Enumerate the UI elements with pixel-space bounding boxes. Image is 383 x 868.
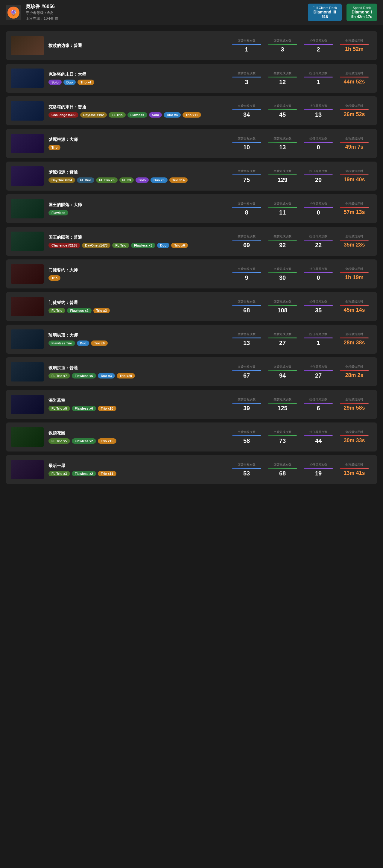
stat-label-clears: 突袭完成次数 (268, 300, 297, 304)
full-clears-rank-badge[interactable]: Full Clears Rank Diamond III 518 (308, 4, 342, 21)
activity-stats: 突袭全程次数9突袭完成次数30担任导师次数0全程最短用时1h 19m (229, 267, 372, 281)
stat-value-fastest: 49m 7s (340, 144, 369, 150)
stat-value-sherpa: 13 (304, 111, 333, 118)
tag-trio-x20[interactable]: Trio x20 (117, 373, 135, 378)
tag-fl-trio-x7[interactable]: FL Trio x7 (49, 373, 70, 378)
stat-bar-attempts (232, 109, 261, 110)
tag-challenge--300[interactable]: Challenge #300 (49, 112, 78, 118)
activity-thumbnail (11, 101, 44, 121)
tag-fl-x3[interactable]: FL x3 (119, 178, 134, 183)
speed-rank-badge[interactable]: Speed Rank Diamond I 5h 42m 17s (347, 4, 377, 21)
tag-trio-x3[interactable]: Trio x3 (93, 308, 110, 313)
stat-bar-fastest (340, 207, 369, 208)
stat-fastest: 全程最短用时45m 14s (336, 300, 372, 314)
tag-trio-x11[interactable]: Trio x11 (98, 471, 117, 476)
stat-value-clears: 108 (268, 307, 297, 314)
stat-bar-clears (268, 240, 297, 241)
activity-card: 门徒誓约：大师Trio突袭全程次数9突袭完成次数30担任导师次数0全程最短用时1… (6, 259, 377, 288)
stat-label-fastest: 全程最短用时 (340, 300, 369, 304)
stat-label-clears: 突袭完成次数 (268, 430, 297, 434)
tag-flawless[interactable]: Flawless (127, 112, 147, 118)
activity-thumbnail (11, 362, 44, 381)
tag-dayone--1473[interactable]: DayOne #1473 (82, 243, 110, 248)
tag-flawless-trio[interactable]: Flawless Trio (49, 341, 75, 346)
stat-value-fastest: 28m 2s (340, 372, 369, 378)
tag-duo[interactable]: Duo (63, 80, 76, 85)
tag-trio[interactable]: Trio (49, 275, 60, 281)
stat-label-sherpa: 担任导师次数 (304, 365, 333, 369)
tag-fl-trio-x5[interactable]: FL Trio x5 (49, 438, 70, 444)
stat-value-fastest: 1h 52m (340, 46, 369, 52)
tag-duo-x4[interactable]: Duo x4 (164, 112, 181, 118)
stat-bar-attempts (232, 44, 261, 45)
activity-info: 克洛塔的末日：普通Challenge #300DayOne #192FL Tri… (49, 104, 224, 118)
tag-fl-trio[interactable]: FL Trio (49, 308, 65, 313)
activity-thumbnail (11, 427, 44, 447)
activity-stats: 突袭全程次数58突袭完成次数73担任导师次数44全程最短用时30m 33s (229, 430, 372, 444)
stat-value-fastest: 19m 40s (340, 177, 369, 183)
activity-thumbnail (11, 460, 44, 479)
stat-fastest: 全程最短用时29m 58s (336, 397, 372, 412)
stat-label-attempts: 突袭全程次数 (232, 267, 261, 271)
stat-bar-attempts (232, 338, 261, 338)
activity-stats: 突袭全程次数67突袭完成次数94担任导师次数27全程最短用时28m 2s (229, 365, 372, 379)
tag-dayone--192[interactable]: DayOne #192 (80, 112, 107, 118)
stat-value-clears: 68 (268, 470, 297, 477)
stat-sherpa: 担任导师次数0 (300, 136, 336, 151)
tag-trio[interactable]: Trio (49, 145, 60, 150)
tag-duo[interactable]: Duo (157, 243, 169, 248)
stat-label-attempts: 突袭全程次数 (232, 463, 261, 467)
stat-bar-attempts (232, 272, 261, 273)
tag-flawless[interactable]: Flawless (49, 210, 68, 215)
stat-attempts: 突袭全程次数8 (229, 202, 264, 216)
tag-solo[interactable]: Solo (135, 178, 149, 183)
tag-trio-x10[interactable]: Trio x10 (98, 406, 117, 411)
tag-flawless-x2[interactable]: Flawless x2 (72, 438, 96, 444)
tag-trio-x14[interactable]: Trio x14 (169, 178, 188, 183)
stat-label-fastest: 全程最短用时 (340, 202, 369, 206)
stat-clears: 突袭完成次数27 (264, 332, 300, 346)
stat-value-clears: 11 (268, 209, 297, 216)
activity-card: 玻璃拱顶：普通FL Trio x7Flawless x6Duo x3Trio x… (6, 357, 377, 386)
stat-label-sherpa: 担任导师次数 (304, 300, 333, 304)
tag-challenge--2165[interactable]: Challenge #2165 (49, 243, 80, 248)
tag-fl-trio-x3[interactable]: FL Trio x3 (96, 178, 118, 183)
tag-flawless-x6[interactable]: Flawless x6 (72, 406, 96, 411)
tag-duo-x6[interactable]: Duo x6 (151, 178, 167, 183)
stat-label-attempts: 突袭全程次数 (232, 202, 261, 206)
stat-label-sherpa: 担任导师次数 (304, 136, 333, 141)
stat-bar-sherpa (304, 109, 333, 110)
tag-trio-x4[interactable]: Trio x4 (77, 80, 94, 85)
activity-tags: Challenge #300DayOne #192FL TrioFlawless… (49, 112, 224, 118)
tag-fl-trio[interactable]: FL Trio (108, 112, 125, 118)
stat-label-attempts: 突袭全程次数 (232, 104, 261, 108)
activity-tags: DayOne #994FL DuoFL Trio x3FL x3SoloDuo … (49, 178, 224, 183)
activity-tags: Trio (49, 145, 224, 150)
tag-fl-trio[interactable]: FL Trio (112, 243, 129, 248)
stat-fastest: 全程最短用时28m 38s (336, 332, 372, 346)
tag-trio-x11[interactable]: Trio x11 (183, 112, 201, 118)
activity-card: 救赎花园FL Trio x5Flawless x2Trio x15突袭全程次数5… (6, 423, 377, 452)
tag-fl-trio-x3[interactable]: FL Trio x3 (49, 471, 70, 476)
stat-bar-clears (268, 272, 297, 273)
tag-flawless-x2[interactable]: Flawless x2 (72, 471, 96, 476)
tag-solo[interactable]: Solo (149, 112, 162, 118)
stat-bar-fastest (340, 142, 369, 143)
stat-value-sherpa: 2 (304, 46, 333, 53)
tag-solo[interactable]: Solo (49, 80, 62, 85)
tag-trio-x15[interactable]: Trio x15 (98, 438, 117, 444)
tag-fl-duo[interactable]: FL Duo (77, 178, 94, 183)
tag-flawless-x6[interactable]: Flawless x6 (72, 373, 96, 378)
stat-label-attempts: 突袭全程次数 (232, 71, 261, 75)
tag-trio-x6[interactable]: Trio x6 (171, 243, 188, 248)
stat-bar-clears (268, 305, 297, 306)
tag-flawless-x3[interactable]: Flawless x3 (131, 243, 155, 248)
tag-trio-x6[interactable]: Trio x6 (91, 341, 107, 346)
tag-flawless-x2[interactable]: Flawless x2 (67, 308, 91, 313)
tag-fl-trio-x5[interactable]: FL Trio x5 (49, 406, 70, 411)
stat-label-sherpa: 担任导师次数 (304, 463, 333, 467)
tag-dayone--994[interactable]: DayOne #994 (49, 178, 75, 183)
stat-value-clears: 94 (268, 372, 297, 379)
tag-duo-x3[interactable]: Duo x3 (98, 373, 115, 378)
tag-duo[interactable]: Duo (77, 341, 89, 346)
